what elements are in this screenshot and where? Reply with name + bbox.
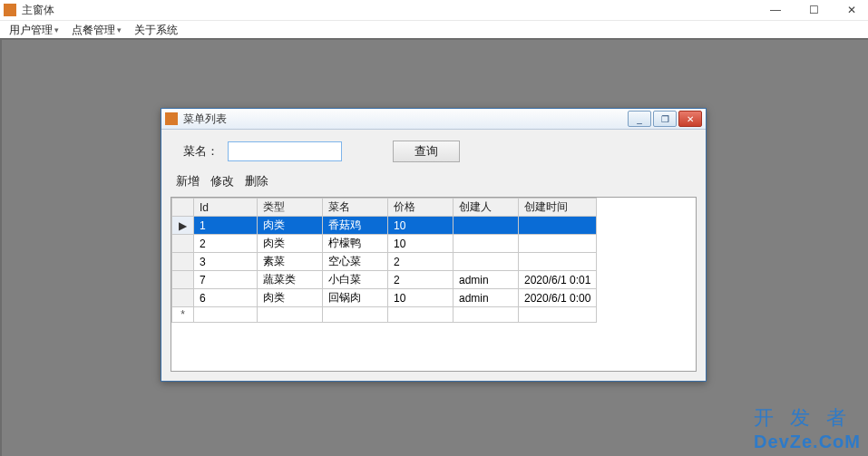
edit-button[interactable]: 修改 (210, 173, 234, 189)
cell-id[interactable]: 6 (194, 289, 258, 307)
chevron-down-icon: ▾ (117, 25, 122, 34)
child-minimize-button[interactable]: _ (628, 111, 651, 127)
search-row: 菜名： 查询 (171, 137, 697, 166)
col-price[interactable]: 价格 (388, 199, 454, 217)
cell-id[interactable]: 1 (194, 217, 258, 235)
app-icon (165, 112, 178, 125)
cell-type[interactable]: 肉类 (258, 289, 323, 307)
cell-type[interactable]: 素菜 (258, 253, 323, 271)
cell-creator[interactable] (454, 253, 519, 271)
table-row-new[interactable]: * (172, 307, 597, 323)
cell-time[interactable]: 2020/6/1 0:01 (519, 271, 597, 289)
child-close-button[interactable]: ✕ (678, 111, 702, 127)
child-window-menu-list: 菜单列表 _ ❐ ✕ 菜名： 查询 新增 修改 删除 (161, 108, 707, 382)
col-name[interactable]: 菜名 (323, 199, 388, 217)
col-type[interactable]: 类型 (258, 199, 323, 217)
table-row[interactable]: 3素菜空心菜2 (172, 253, 597, 271)
menu-label: 关于系统 (134, 23, 178, 38)
cell-time[interactable]: 2020/6/1 0:00 (519, 289, 597, 307)
delete-button[interactable]: 删除 (245, 173, 268, 189)
grid-corner[interactable] (172, 199, 194, 217)
cell-name[interactable]: 空心菜 (323, 253, 388, 271)
cell-type[interactable]: 蔬菜类 (258, 271, 323, 289)
app-icon (4, 4, 16, 16)
menu-label: 用户管理 (9, 23, 53, 38)
menubar: 用户管理 ▾ 点餐管理 ▾ 关于系统 (0, 21, 868, 40)
menu-order-management[interactable]: 点餐管理 ▾ (68, 22, 125, 39)
cell-type[interactable]: 肉类 (258, 235, 323, 253)
table-row[interactable]: ▶1肉类香菇鸡10 (172, 217, 597, 235)
chevron-down-icon: ▾ (54, 25, 59, 34)
cell-name[interactable]: 回锅肉 (323, 289, 388, 307)
cell-time[interactable] (519, 235, 597, 253)
cell-price[interactable]: 10 (388, 235, 454, 253)
cell-empty[interactable] (454, 307, 519, 323)
cell-price[interactable]: 10 (388, 217, 454, 235)
table-row[interactable]: 2肉类柠檬鸭10 (172, 235, 597, 253)
cell-empty[interactable] (388, 307, 454, 323)
query-button[interactable]: 查询 (393, 141, 460, 162)
grid-header-row: Id 类型 菜名 价格 创建人 创建时间 (172, 199, 597, 217)
main-window: 主窗体 — ☐ ✕ 用户管理 ▾ 点餐管理 ▾ 关于系统 菜单列表 _ ❐ (0, 0, 868, 456)
cell-name[interactable]: 小白菜 (323, 271, 388, 289)
table-row[interactable]: 7蔬菜类小白菜2admin2020/6/1 0:01 (172, 271, 597, 289)
child-titlebar[interactable]: 菜单列表 _ ❐ ✕ (161, 109, 706, 130)
cell-price[interactable]: 2 (388, 253, 454, 271)
close-button[interactable]: ✕ (839, 4, 864, 16)
cell-empty[interactable] (519, 307, 597, 323)
col-id[interactable]: Id (194, 199, 258, 217)
cell-creator[interactable] (454, 235, 519, 253)
main-titlebar: 主窗体 — ☐ ✕ (0, 0, 868, 21)
cell-price[interactable]: 10 (388, 289, 454, 307)
cell-price[interactable]: 2 (388, 271, 454, 289)
row-header[interactable] (172, 289, 194, 307)
child-window-controls: _ ❐ ✕ (626, 111, 702, 127)
grid-body: ▶1肉类香菇鸡102肉类柠檬鸭103素菜空心菜27蔬菜类小白菜2admin202… (172, 217, 597, 323)
row-header[interactable]: ▶ (172, 217, 194, 235)
search-label: 菜名： (183, 143, 219, 160)
child-maximize-button[interactable]: ❐ (653, 111, 677, 127)
menu-user-management[interactable]: 用户管理 ▾ (5, 22, 63, 39)
child-body: 菜名： 查询 新增 修改 删除 (161, 130, 706, 381)
add-button[interactable]: 新增 (176, 173, 200, 189)
cell-name[interactable]: 香菇鸡 (323, 217, 388, 235)
col-time[interactable]: 创建时间 (519, 199, 597, 217)
maximize-button[interactable]: ☐ (801, 4, 826, 16)
row-header[interactable] (172, 271, 194, 289)
cell-time[interactable] (519, 253, 597, 271)
minimize-button[interactable]: — (763, 4, 788, 16)
cell-id[interactable]: 7 (194, 271, 258, 289)
cell-id[interactable]: 2 (194, 235, 258, 253)
cell-creator[interactable] (454, 217, 519, 235)
dish-name-input[interactable] (228, 141, 342, 161)
cell-empty[interactable] (323, 307, 388, 323)
data-grid[interactable]: Id 类型 菜名 价格 创建人 创建时间 ▶1肉类香菇鸡102肉类柠檬鸭103素… (171, 197, 697, 372)
main-window-controls: — ☐ ✕ (763, 4, 864, 16)
child-title: 菜单列表 (183, 112, 626, 127)
main-title: 主窗体 (22, 3, 763, 18)
mdi-client-area: 菜单列表 _ ❐ ✕ 菜名： 查询 新增 修改 删除 (0, 38, 868, 456)
cell-time[interactable] (519, 217, 597, 235)
cell-empty[interactable] (194, 307, 258, 323)
row-header[interactable] (172, 253, 194, 271)
cell-empty[interactable] (258, 307, 323, 323)
grid-table: Id 类型 菜名 价格 创建人 创建时间 ▶1肉类香菇鸡102肉类柠檬鸭103素… (171, 198, 597, 323)
col-creator[interactable]: 创建人 (454, 199, 519, 217)
cell-type[interactable]: 肉类 (258, 217, 323, 235)
menu-label: 点餐管理 (72, 23, 115, 38)
cell-creator[interactable]: admin (454, 289, 519, 307)
menu-about[interactable]: 关于系统 (131, 22, 181, 39)
table-row[interactable]: 6肉类回锅肉10admin2020/6/1 0:00 (172, 289, 597, 307)
cell-creator[interactable]: admin (454, 271, 519, 289)
toolbar: 新增 修改 删除 (171, 171, 697, 191)
row-header[interactable] (172, 235, 194, 253)
cell-id[interactable]: 3 (194, 253, 258, 271)
row-header-new[interactable]: * (172, 307, 194, 323)
cell-name[interactable]: 柠檬鸭 (323, 235, 388, 253)
